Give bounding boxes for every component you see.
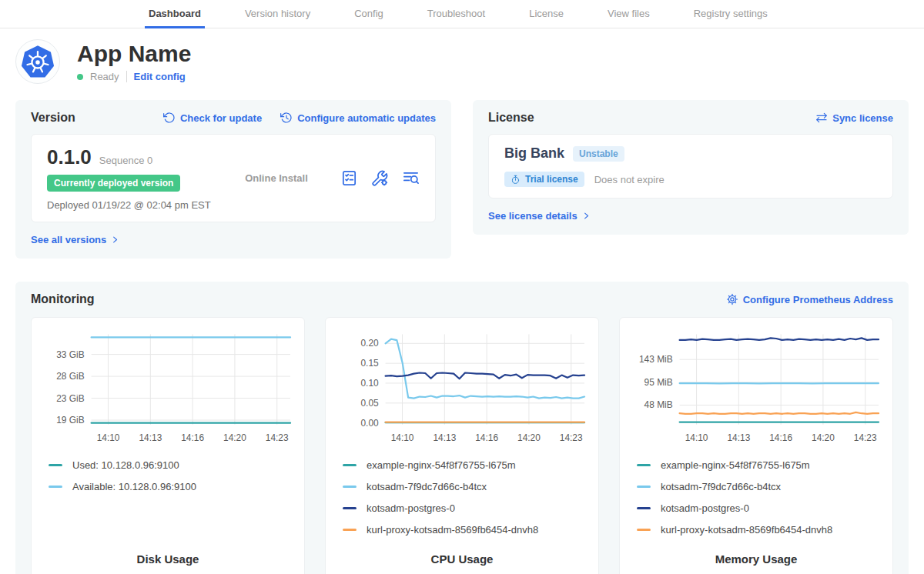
svg-text:0.00: 0.00 xyxy=(360,418,379,429)
svg-text:14:16: 14:16 xyxy=(769,432,792,443)
svg-text:14:23: 14:23 xyxy=(560,432,583,443)
deployed-badge: Currently deployed version xyxy=(47,175,180,192)
chevron-right-icon xyxy=(111,235,119,244)
disk-usage-chart: 14:1014:1314:1614:2014:2319 GiB23 GiB28 … xyxy=(41,327,295,450)
trial-license-badge: Trial license xyxy=(504,172,584,187)
legend-item: kotsadm-postgres-0 xyxy=(637,502,883,514)
svg-text:14:23: 14:23 xyxy=(266,432,289,443)
preflight-checklist-icon xyxy=(340,169,358,187)
svg-text:14:20: 14:20 xyxy=(223,432,246,443)
wrench-gear-icon xyxy=(371,169,389,187)
tab-license[interactable]: License xyxy=(525,0,567,28)
svg-text:14:23: 14:23 xyxy=(854,432,877,443)
memory-usage-panel: 14:1014:1314:1614:2014:2348 MiB95 MiB143… xyxy=(619,317,893,574)
disk-usage-title: Disk Usage xyxy=(41,552,295,567)
status-badge: Ready xyxy=(90,71,119,82)
memory-usage-chart: 14:1014:1314:1614:2014:2348 MiB95 MiB143… xyxy=(629,327,883,450)
see-license-details-link[interactable]: See license details xyxy=(488,210,591,222)
tab-view-files[interactable]: View files xyxy=(604,0,654,28)
tab-version-history[interactable]: Version history xyxy=(241,0,314,28)
legend-color-dash xyxy=(343,507,357,509)
license-card: License Sync license Big Bank Unstable xyxy=(473,100,909,235)
cpu-usage-legend: example-nginx-54f8f76755-l675mkotsadm-7f… xyxy=(335,459,589,536)
edit-config-link[interactable]: Edit config xyxy=(134,71,186,82)
disk-usage-legend: Used: 10.128.0.96:9100Available: 10.128.… xyxy=(41,459,295,492)
svg-text:14:13: 14:13 xyxy=(139,432,162,443)
legend-item: example-nginx-54f8f76755-l675m xyxy=(343,459,589,471)
svg-text:14:13: 14:13 xyxy=(727,432,750,443)
svg-text:14:16: 14:16 xyxy=(475,432,498,443)
divider xyxy=(126,71,127,82)
svg-text:0.05: 0.05 xyxy=(360,398,379,409)
configure-automatic-updates-button[interactable]: Configure automatic updates xyxy=(280,112,436,124)
dashboard-page: App Name Ready Edit config Version Check… xyxy=(0,39,924,574)
channel-badge: Unstable xyxy=(573,146,624,162)
version-card: Version Check for update Configure autom… xyxy=(15,100,451,259)
tab-config[interactable]: Config xyxy=(350,0,387,28)
page-title: App Name xyxy=(77,41,191,66)
legend-label: kotsadm-postgres-0 xyxy=(367,502,455,514)
svg-text:19 GiB: 19 GiB xyxy=(56,415,84,425)
see-all-versions-link[interactable]: See all versions xyxy=(31,234,119,245)
svg-text:14:10: 14:10 xyxy=(97,432,120,443)
memory-usage-title: Memory Usage xyxy=(629,552,883,567)
svg-text:33 GiB: 33 GiB xyxy=(56,349,84,360)
legend-item: Used: 10.128.0.96:9100 xyxy=(49,459,295,471)
monitoring-title: Monitoring xyxy=(31,292,95,306)
preflight-checks-button[interactable] xyxy=(340,169,358,187)
legend-label: kotsadm-7f9dc7d66c-b4tcx xyxy=(661,481,781,492)
tab-registry-settings[interactable]: Registry settings xyxy=(690,0,772,28)
legend-item: kurl-proxy-kotsadm-8569fb6454-dnvh8 xyxy=(343,524,589,536)
legend-item: example-nginx-54f8f76755-l675m xyxy=(637,459,883,471)
view-logs-icon xyxy=(402,169,420,187)
svg-text:14:20: 14:20 xyxy=(517,432,541,443)
legend-label: kurl-proxy-kotsadm-8569fb6454-dnvh8 xyxy=(661,524,832,536)
tab-troubleshoot[interactable]: Troubleshoot xyxy=(424,0,489,28)
stopwatch-icon xyxy=(511,175,521,185)
legend-item: Available: 10.128.0.96:9100 xyxy=(49,481,295,492)
legend-label: kotsadm-7f9dc7d66c-b4tcx xyxy=(367,481,487,492)
license-card-title: License xyxy=(488,111,534,125)
legend-color-dash xyxy=(637,464,651,466)
legend-item: kurl-proxy-kotsadm-8569fb6454-dnvh8 xyxy=(637,524,883,536)
legend-label: example-nginx-54f8f76755-l675m xyxy=(367,459,516,471)
legend-item: kotsadm-7f9dc7d66c-b4tcx xyxy=(637,481,883,492)
legend-color-dash xyxy=(637,486,651,488)
memory-usage-legend: example-nginx-54f8f76755-l675mkotsadm-7f… xyxy=(629,459,883,536)
legend-color-dash xyxy=(637,529,651,531)
sequence-label: Sequence 0 xyxy=(99,155,152,166)
svg-text:0.15: 0.15 xyxy=(360,358,379,369)
app-logo xyxy=(15,39,60,84)
svg-text:14:10: 14:10 xyxy=(685,432,708,443)
license-panel: Big Bank Unstable Trial license Does not… xyxy=(488,134,893,199)
legend-label: Used: 10.128.0.96:9100 xyxy=(72,459,179,471)
legend-color-dash xyxy=(343,464,357,466)
legend-label: kotsadm-postgres-0 xyxy=(661,502,749,514)
legend-color-dash xyxy=(343,486,357,488)
app-header: App Name Ready Edit config xyxy=(15,39,909,84)
status-dot xyxy=(77,74,83,80)
sync-license-button[interactable]: Sync license xyxy=(815,112,893,124)
legend-color-dash xyxy=(637,507,651,509)
install-type-label: Online Install xyxy=(213,172,340,184)
gear-icon xyxy=(726,293,738,305)
legend-color-dash xyxy=(49,486,62,488)
svg-text:0.10: 0.10 xyxy=(360,378,379,389)
tab-dashboard[interactable]: Dashboard xyxy=(145,0,205,28)
edit-config-button[interactable] xyxy=(371,169,389,187)
rotate-ccw-icon xyxy=(163,112,176,124)
legend-color-dash xyxy=(343,529,357,531)
deploy-logs-button[interactable] xyxy=(402,169,420,187)
cpu-usage-title: CPU Usage xyxy=(335,552,589,567)
legend-label: kurl-proxy-kotsadm-8569fb6454-dnvh8 xyxy=(367,524,538,536)
legend-item: kotsadm-7f9dc7d66c-b4tcx xyxy=(343,481,589,492)
svg-text:23 GiB: 23 GiB xyxy=(56,393,84,404)
configure-prometheus-button[interactable]: Configure Prometheus Address xyxy=(726,293,893,305)
disk-usage-panel: 14:1014:1314:1614:2014:2319 GiB23 GiB28 … xyxy=(31,317,305,574)
check-for-update-button[interactable]: Check for update xyxy=(163,112,262,124)
current-version-panel: 0.1.0 Sequence 0 Currently deployed vers… xyxy=(31,134,436,222)
schedule-update-icon xyxy=(280,112,293,124)
legend-color-dash xyxy=(49,464,62,466)
svg-text:48 MiB: 48 MiB xyxy=(644,399,673,410)
svg-text:28 GiB: 28 GiB xyxy=(56,371,84,382)
